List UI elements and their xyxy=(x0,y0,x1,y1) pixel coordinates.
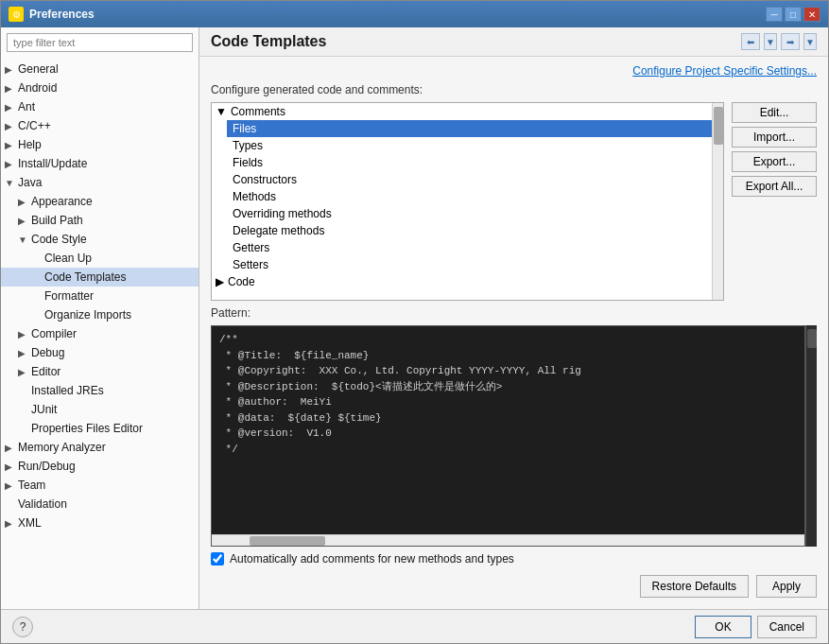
maximize-button[interactable]: □ xyxy=(785,7,802,22)
tree-item-rundebug[interactable]: ▶ Run/Debug xyxy=(1,457,199,476)
tree-item-propertiesfileseditor[interactable]: ▶ Properties Files Editor xyxy=(1,419,199,438)
h-scroll-thumb xyxy=(250,536,325,546)
tmpl-item-fields[interactable]: Fields xyxy=(227,154,712,171)
section-label: Comments xyxy=(231,105,285,118)
tree-label: Compiler xyxy=(31,327,77,340)
section-label: Code xyxy=(228,275,255,288)
right-action-row: Restore Defaults Apply xyxy=(211,571,817,601)
tmpl-item-overriding[interactable]: Overriding methods xyxy=(227,205,712,222)
tree-label: Editor xyxy=(31,365,60,378)
tree-item-help[interactable]: ▶ Help xyxy=(1,135,199,154)
nav-back-button[interactable]: ⬅ xyxy=(741,33,760,50)
tree-label: C/C++ xyxy=(18,119,51,132)
close-button[interactable]: ✕ xyxy=(803,7,820,22)
config-project-link[interactable]: Configure Project Specific Settings... xyxy=(632,64,817,78)
expand-arrow: ▼ xyxy=(5,178,18,188)
templates-scrollbar[interactable] xyxy=(712,103,723,300)
nav-fwd-button[interactable]: ➡ xyxy=(781,33,800,50)
tree-label: JUnit xyxy=(31,403,57,416)
tree-item-team[interactable]: ▶ Team xyxy=(1,476,199,495)
cancel-button[interactable]: Cancel xyxy=(757,616,817,638)
title-bar-left: ⚙ Preferences xyxy=(9,7,95,22)
pattern-area: /** * @Title: ${file_name} * @Copyright:… xyxy=(211,325,817,547)
config-description: Configure generated code and comments: xyxy=(211,83,817,96)
tmpl-item-delegate[interactable]: Delegate methods xyxy=(227,222,712,239)
import-button[interactable]: Import... xyxy=(732,127,817,148)
expand-arrow: ▶ xyxy=(5,461,18,472)
tree-item-ant[interactable]: ▶ Ant xyxy=(1,97,199,116)
tree-label: Organize Imports xyxy=(44,308,131,322)
preferences-window: ⚙ Preferences ─ □ ✕ ▶ General xyxy=(0,0,829,644)
tree-item-junit[interactable]: ▶ JUnit xyxy=(1,400,199,419)
left-panel: ▶ General ▶ Android ▶ Ant xyxy=(1,27,199,609)
auto-comment-label: Automatically add comments for new metho… xyxy=(230,552,514,566)
tree-item-instalupdate[interactable]: ▶ Install/Update xyxy=(1,154,199,173)
comments-children: Files Types Fields Constructors Methods … xyxy=(212,120,712,273)
tmpl-item-setters[interactable]: Setters xyxy=(227,256,712,273)
tree-item-installedjres[interactable]: ▶ Installed JREs xyxy=(1,381,199,400)
expand-arrow: ▶ xyxy=(18,197,31,207)
minimize-button[interactable]: ─ xyxy=(766,7,783,22)
horizontal-scrollbar[interactable] xyxy=(212,534,804,546)
tree-item-editor[interactable]: ▶ Editor xyxy=(1,362,199,381)
tree-label: Run/Debug xyxy=(18,460,76,473)
expand-arrow: ▶ xyxy=(5,480,18,491)
tmpl-section-code[interactable]: ▶ Code xyxy=(212,273,712,290)
tree-item-organizeimports[interactable]: ▶ Organize Imports xyxy=(1,305,199,324)
tree-item-appearance[interactable]: ▶ Appearance xyxy=(1,192,199,211)
tree-label: Android xyxy=(18,81,57,95)
expand-arrow: ▶ xyxy=(18,348,31,358)
tree-label: Properties Files Editor xyxy=(31,422,143,435)
tree-item-compiler[interactable]: ▶ Compiler xyxy=(1,324,199,343)
tmpl-item-getters[interactable]: Getters xyxy=(227,239,712,256)
apply-button[interactable]: Apply xyxy=(756,575,817,598)
tree-item-android[interactable]: ▶ Android xyxy=(1,78,199,97)
templates-section: ▼ Comments Files Types Fields Constructo… xyxy=(211,102,817,301)
tree-label: General xyxy=(18,62,59,76)
tree-item-cpp[interactable]: ▶ C/C++ xyxy=(1,116,199,135)
filter-input[interactable] xyxy=(7,33,193,52)
expand-arrow: ▶ xyxy=(5,443,18,453)
tree-label: Debug xyxy=(31,346,64,359)
tree-label: Install/Update xyxy=(18,157,87,170)
expand-arrow: ▶ xyxy=(5,159,18,169)
tree-item-buildpath[interactable]: ▶ Build Path xyxy=(1,211,199,230)
restore-defaults-button[interactable]: Restore Defaults xyxy=(640,575,749,598)
tmpl-item-types[interactable]: Types xyxy=(227,137,712,154)
expand-arrow: ▶ xyxy=(5,518,18,529)
auto-comment-checkbox[interactable] xyxy=(211,552,224,566)
right-body: Configure Project Specific Settings... C… xyxy=(199,57,828,609)
expand-arrow: ▶ xyxy=(5,83,18,94)
tmpl-item-methods[interactable]: Methods xyxy=(227,188,712,205)
tmpl-section-comments[interactable]: ▼ Comments xyxy=(212,103,712,120)
tree-item-debug[interactable]: ▶ Debug xyxy=(1,343,199,362)
tree-item-xml[interactable]: ▶ XML xyxy=(1,513,199,532)
tree-item-general[interactable]: ▶ General xyxy=(1,60,199,78)
code-editor[interactable]: /** * @Title: ${file_name} * @Copyright:… xyxy=(212,326,804,534)
tree-item-codestyle[interactable]: ▼ Code Style xyxy=(1,230,199,249)
expand-arrow: ▶ xyxy=(18,216,31,226)
bottom-bar: ? OK Cancel xyxy=(1,609,828,643)
tree-label: Appearance xyxy=(31,195,93,208)
nav-fwd-dropdown[interactable]: ▼ xyxy=(803,33,817,50)
nav-arrows: ⬅ ▼ ➡ ▼ xyxy=(741,33,817,50)
export-button[interactable]: Export... xyxy=(732,151,817,172)
tree-item-java[interactable]: ▼ Java xyxy=(1,173,199,192)
tree-item-memoryanalyzer[interactable]: ▶ Memory Analyzer xyxy=(1,438,199,457)
tree-item-formatter[interactable]: ▶ Formatter xyxy=(1,287,199,305)
tree-item-cleanup[interactable]: ▶ Clean Up xyxy=(1,249,199,268)
tmpl-item-constructors[interactable]: Constructors xyxy=(227,171,712,188)
tmpl-item-files[interactable]: Files xyxy=(227,120,712,137)
action-buttons: Edit... Import... Export... Export All..… xyxy=(732,102,817,301)
tree-item-validation[interactable]: ▶ Validation xyxy=(1,495,199,513)
expand-arrow: ▶ xyxy=(5,140,18,150)
nav-back-dropdown[interactable]: ▼ xyxy=(764,33,777,50)
right-panel-title: Code Templates xyxy=(211,33,326,50)
edit-button[interactable]: Edit... xyxy=(732,102,817,123)
title-bar-controls: ─ □ ✕ xyxy=(766,7,820,22)
export-all-button[interactable]: Export All... xyxy=(732,176,817,197)
help-button[interactable]: ? xyxy=(12,617,33,637)
editor-scrollbar[interactable] xyxy=(805,325,817,547)
ok-button[interactable]: OK xyxy=(695,616,751,638)
tree-item-codetemplates[interactable]: ▶ Code Templates xyxy=(1,268,199,287)
